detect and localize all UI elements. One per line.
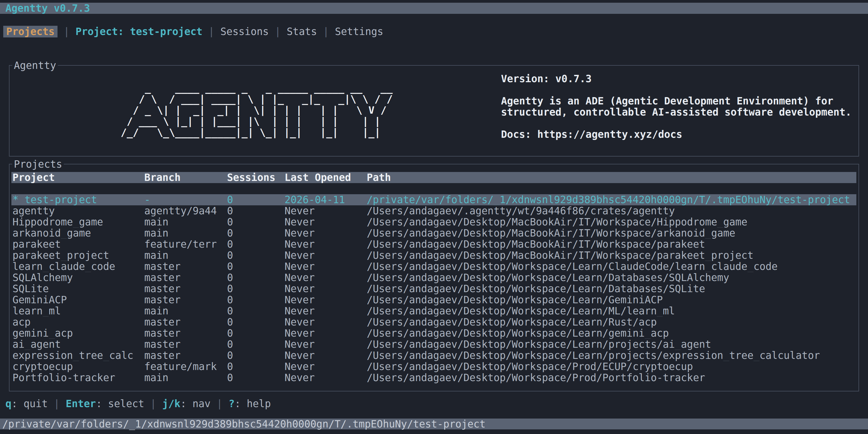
table-row[interactable]: GeminiACP master 0 Never /Users/andagaev… — [11, 294, 856, 305]
cell-branch: master — [144, 272, 227, 283]
cell-branch: - — [144, 194, 227, 205]
cell-sessions: 0 — [227, 216, 284, 227]
cell-path: /Users/andagaev/Desktop/Workspace/Learn/… — [367, 316, 856, 328]
cell-last-opened: Never — [284, 250, 367, 261]
tab-sessions[interactable]: Sessions — [220, 26, 269, 37]
table-row[interactable]: parakeet feature/terr 0 Never /Users/and… — [11, 239, 856, 250]
cell-branch: main — [144, 216, 227, 227]
table-row[interactable]: cryptoecup feature/mark 0 Never /Users/a… — [11, 361, 856, 372]
help-key-nav: j/k — [162, 398, 180, 409]
status-bar: /private/var/folders/_1/xdnwsnl929d389bh… — [0, 418, 868, 429]
table-row[interactable]: learn_ml main 0 Never /Users/andagaev/De… — [11, 305, 856, 316]
cell-last-opened: 2026-04-11 — [284, 194, 367, 205]
cell-project: arkanoid_game — [12, 227, 144, 239]
cell-sessions: 0 — [227, 328, 284, 339]
cell-project: expression_tree_calc — [12, 350, 144, 361]
cell-last-opened: Never — [284, 272, 367, 283]
help-separator: | — [54, 398, 60, 409]
cell-branch: master — [144, 316, 227, 328]
cell-project: ai_agent — [12, 339, 144, 350]
cell-project: agentty — [12, 205, 144, 216]
cell-path: /Users/andagaev/Desktop/MacBookAir/IT/Wo… — [367, 227, 856, 239]
table-row[interactable]: ai_agent master 0 Never /Users/andagaev/… — [11, 339, 856, 350]
cell-branch: main — [144, 250, 227, 261]
table-row[interactable]: SQLite master 0 Never /Users/andagaev/De… — [11, 283, 856, 294]
table-row[interactable]: expression_tree_calc master 0 Never /Use… — [11, 350, 856, 361]
cell-sessions: 0 — [227, 250, 284, 261]
cell-branch: feature/mark — [144, 361, 227, 372]
table-row[interactable]: Portfolio-tracker main 0 Never /Users/an… — [11, 372, 856, 383]
cell-branch: main — [144, 372, 227, 383]
projects-table-body: * test-project - 0 2026-04-11 /private/v… — [9, 194, 859, 383]
column-header-project: Project — [12, 172, 144, 183]
table-row[interactable]: learn_claude_code master 0 Never /Users/… — [11, 261, 856, 272]
tab-projects[interactable]: Projects — [3, 26, 58, 37]
help-separator: | — [150, 398, 156, 409]
cell-last-opened: Never — [284, 216, 367, 227]
cell-project: * test-project — [12, 194, 144, 205]
help-key-select: Enter — [66, 398, 96, 409]
cell-project: SQLite — [12, 283, 144, 294]
cell-project: learn_ml — [12, 305, 144, 316]
cell-sessions: 0 — [227, 361, 284, 372]
cell-branch: feature/terr — [144, 239, 227, 250]
cell-last-opened: Never — [284, 372, 367, 383]
help-label-quit: quit — [11, 398, 48, 409]
cell-branch: master — [144, 350, 227, 361]
cell-project: parakeet_project — [12, 250, 144, 261]
table-row[interactable]: acp master 0 Never /Users/andagaev/Deskt… — [11, 316, 856, 328]
cell-project: Portfolio-tracker — [12, 372, 144, 383]
cell-sessions: 0 — [227, 372, 284, 383]
cell-branch: main — [144, 305, 227, 316]
table-row[interactable]: arkanoid_game main 0 Never /Users/andaga… — [11, 227, 856, 239]
cell-last-opened: Never — [284, 350, 367, 361]
cell-path: /Users/andagaev/Desktop/MacBookAir/IT/Wo… — [367, 250, 856, 261]
help-bar: qquit | Enterselect | j/knav | ?help — [5, 398, 271, 409]
cell-project: GeminiACP — [12, 294, 144, 305]
tab-separator: | — [63, 26, 69, 37]
table-row[interactable]: SQLAlchemy master 0 Never /Users/andagae… — [11, 272, 856, 283]
cell-project: acp — [12, 316, 144, 328]
cell-last-opened: Never — [284, 261, 367, 272]
table-row[interactable]: agentty agentty/9a44 0 Never /Users/anda… — [11, 205, 856, 216]
cell-last-opened: Never — [284, 305, 367, 316]
cell-project: learn_claude_code — [12, 261, 144, 272]
tab-bar: Projects | Project: test-project | Sessi… — [3, 26, 383, 37]
table-row[interactable]: Hippodrome_game main 0 Never /Users/anda… — [11, 216, 856, 227]
cell-sessions: 0 — [227, 194, 284, 205]
cell-last-opened: Never — [284, 361, 367, 372]
tab-settings[interactable]: Settings — [335, 26, 383, 37]
cell-sessions: 0 — [227, 272, 284, 283]
cell-path: /Users/andagaev/Desktop/Workspace/Learn/… — [367, 328, 856, 339]
cell-project: cryptoecup — [12, 361, 144, 372]
cell-sessions: 0 — [227, 305, 284, 316]
tab-separator: | — [275, 26, 281, 37]
cell-sessions: 0 — [227, 239, 284, 250]
table-row[interactable]: * test-project - 0 2026-04-11 /private/v… — [11, 194, 856, 205]
column-header-branch: Branch — [144, 172, 227, 183]
cell-sessions: 0 — [227, 283, 284, 294]
cell-path: /Users/andagaev/Desktop/Workspace/Learn/… — [367, 350, 856, 361]
cell-branch: master — [144, 261, 227, 272]
help-key-help: ? — [229, 398, 235, 409]
cell-branch: agentty/9a44 — [144, 205, 227, 216]
tab-stats[interactable]: Stats — [287, 26, 317, 37]
cell-sessions: 0 — [227, 316, 284, 328]
cell-path: /Users/andagaev/Desktop/MacBookAir/IT/Wo… — [367, 239, 856, 250]
cell-last-opened: Never — [284, 283, 367, 294]
help-separator: | — [216, 398, 222, 409]
cell-project: SQLAlchemy — [12, 272, 144, 283]
cell-sessions: 0 — [227, 205, 284, 216]
agentty-ascii-logo: _ ____ _____ _ _ _____ _____ __ __ / \ /… — [121, 83, 393, 138]
cell-last-opened: Never — [284, 239, 367, 250]
cell-last-opened: Never — [284, 205, 367, 216]
app-title: Agentty v0.7.3 — [0, 3, 90, 14]
cell-branch: master — [144, 328, 227, 339]
table-row[interactable]: gemini_acp master 0 Never /Users/andagae… — [11, 328, 856, 339]
table-row[interactable]: parakeet_project main 0 Never /Users/and… — [11, 250, 856, 261]
table-spacer-row — [9, 183, 859, 194]
cell-sessions: 0 — [227, 261, 284, 272]
column-header-sessions: Sessions — [227, 172, 284, 183]
cell-sessions: 0 — [227, 350, 284, 361]
tab-project-current[interactable]: Project: test-project — [76, 26, 203, 37]
